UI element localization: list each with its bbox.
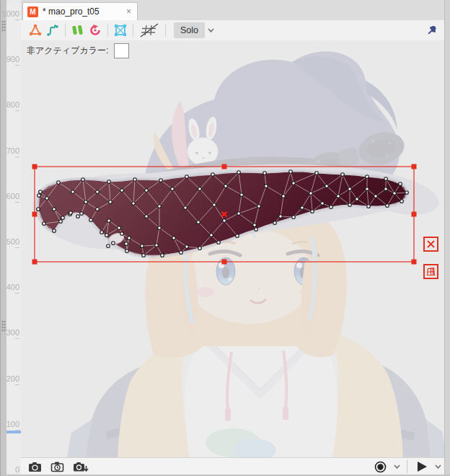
mesh-vertex[interactable] bbox=[185, 175, 189, 179]
mesh-vertex[interactable] bbox=[107, 180, 111, 184]
camera-timer-icon[interactable] bbox=[46, 458, 69, 475]
mesh-vertex[interactable] bbox=[158, 205, 162, 208]
play-icon[interactable] bbox=[412, 458, 432, 475]
mesh-vertex[interactable] bbox=[125, 250, 129, 253]
tab-close-icon[interactable]: × bbox=[125, 6, 133, 17]
mesh-vertex[interactable] bbox=[132, 202, 136, 206]
show-parts-icon[interactable] bbox=[69, 22, 87, 38]
mesh-vertex[interactable] bbox=[341, 173, 345, 177]
mesh-vertex[interactable] bbox=[100, 231, 104, 234]
mesh-vertex[interactable] bbox=[141, 244, 144, 248]
mesh-vertex[interactable] bbox=[311, 210, 314, 213]
bbox-handle[interactable] bbox=[32, 212, 38, 217]
mesh-vertex[interactable] bbox=[43, 222, 46, 226]
mesh-vertex[interactable] bbox=[81, 178, 85, 182]
mesh-vertex[interactable] bbox=[400, 200, 404, 203]
mesh-vertex[interactable] bbox=[112, 242, 115, 245]
mesh-vertex[interactable] bbox=[128, 237, 131, 240]
mesh-vertex[interactable] bbox=[279, 215, 283, 219]
mesh-vertex[interactable] bbox=[386, 204, 389, 208]
mesh-vertex[interactable] bbox=[253, 224, 257, 227]
mesh-vertex[interactable] bbox=[109, 200, 112, 204]
inactive-color-swatch[interactable] bbox=[114, 43, 129, 58]
mesh-vertex[interactable] bbox=[366, 175, 369, 179]
panel-drag-grip[interactable] bbox=[1, 20, 6, 32]
play-dropdown-chevron[interactable] bbox=[432, 459, 444, 475]
mesh-vertex[interactable] bbox=[211, 173, 215, 177]
mesh-vertex[interactable] bbox=[180, 251, 183, 255]
mesh-vertex[interactable] bbox=[161, 254, 164, 257]
mesh-vertex[interactable] bbox=[107, 219, 111, 223]
mesh-vertex[interactable] bbox=[172, 237, 176, 240]
mesh-vertex[interactable] bbox=[118, 226, 121, 230]
mesh-vertex[interactable] bbox=[301, 206, 304, 210]
mesh-vertex[interactable] bbox=[273, 221, 277, 225]
mesh-vertex[interactable] bbox=[185, 245, 189, 249]
mesh-vertex[interactable] bbox=[348, 203, 352, 207]
mesh-vertex[interactable] bbox=[133, 178, 137, 182]
bbox-handle[interactable] bbox=[32, 260, 38, 265]
mesh-edit-icon[interactable] bbox=[27, 22, 44, 38]
mesh-vertex[interactable] bbox=[309, 192, 313, 195]
mesh-vertex[interactable] bbox=[367, 205, 371, 208]
mesh-vertex[interactable] bbox=[374, 195, 378, 198]
bbox-handle[interactable] bbox=[32, 164, 38, 169]
mesh-vertex[interactable] bbox=[61, 216, 65, 220]
mesh-vertex[interactable] bbox=[289, 170, 293, 174]
mesh-vertex[interactable] bbox=[59, 220, 63, 224]
mesh-vertex[interactable] bbox=[38, 194, 41, 198]
mesh-vertex[interactable] bbox=[107, 244, 110, 248]
mesh-vertex[interactable] bbox=[255, 228, 258, 232]
edit-mesh-button[interactable] bbox=[423, 264, 438, 279]
mesh-vertex[interactable] bbox=[348, 188, 352, 191]
mesh-vertex[interactable] bbox=[292, 182, 296, 185]
bounding-box-icon[interactable] bbox=[112, 22, 129, 38]
mesh-vertex[interactable] bbox=[69, 211, 73, 215]
camera-icon[interactable] bbox=[24, 458, 46, 475]
mesh-vertex[interactable] bbox=[197, 221, 200, 224]
mesh-vertex[interactable] bbox=[171, 188, 175, 191]
mesh-vertex[interactable] bbox=[158, 226, 162, 230]
bbox-handle[interactable] bbox=[412, 164, 417, 169]
mesh-vertex[interactable] bbox=[265, 185, 268, 188]
mesh-vertex[interactable] bbox=[384, 177, 388, 181]
mesh-vertex[interactable] bbox=[224, 185, 228, 188]
bbox-handle[interactable] bbox=[222, 260, 227, 265]
mesh-vertex[interactable] bbox=[96, 190, 100, 194]
mesh-vertex[interactable] bbox=[213, 203, 216, 207]
mesh-vertex[interactable] bbox=[223, 219, 226, 223]
mesh-vertex[interactable] bbox=[53, 229, 56, 233]
solo-button[interactable]: Solo bbox=[174, 22, 205, 38]
camera-export-icon[interactable] bbox=[69, 458, 93, 475]
mesh-vertex[interactable] bbox=[120, 189, 124, 193]
bbox-handle[interactable] bbox=[222, 164, 227, 169]
mesh-vertex[interactable] bbox=[89, 219, 93, 222]
mesh-vertex[interactable] bbox=[393, 192, 397, 195]
panel-drag-grip[interactable] bbox=[1, 320, 6, 332]
mesh-vertex[interactable] bbox=[120, 232, 124, 236]
model-canvas[interactable]: 非アクティブカラー: bbox=[21, 40, 446, 457]
mesh-vertex[interactable] bbox=[330, 206, 333, 209]
mesh-vertex[interactable] bbox=[321, 202, 325, 206]
bbox-handle[interactable] bbox=[412, 212, 417, 217]
mesh-vertex[interactable] bbox=[145, 189, 149, 193]
mesh-vertex[interactable] bbox=[39, 190, 43, 194]
mesh-vertex[interactable] bbox=[45, 197, 49, 200]
tab-mao-pro-t05[interactable]: M * mao_pro_t05 × bbox=[22, 2, 138, 20]
mesh-vertex[interactable] bbox=[142, 254, 146, 257]
mesh-vertex[interactable] bbox=[337, 195, 340, 198]
mesh-vertex[interactable] bbox=[155, 244, 159, 247]
delete-deformer-button[interactable] bbox=[423, 237, 438, 252]
mesh-vertex[interactable] bbox=[145, 215, 149, 219]
mesh-vertex[interactable] bbox=[96, 208, 100, 211]
mesh-vertex[interactable] bbox=[240, 193, 244, 197]
mesh-vertex[interactable] bbox=[282, 195, 286, 198]
mesh-vertex[interactable] bbox=[198, 247, 202, 250]
mesh-vertex[interactable] bbox=[257, 205, 261, 208]
grid-off-icon[interactable] bbox=[137, 22, 162, 38]
mesh-vertex[interactable] bbox=[217, 241, 221, 244]
mesh-vertex[interactable] bbox=[366, 188, 369, 191]
mesh-vertex[interactable] bbox=[37, 208, 40, 211]
mesh-vertex[interactable] bbox=[237, 171, 241, 175]
mesh-vertex[interactable] bbox=[292, 216, 296, 219]
